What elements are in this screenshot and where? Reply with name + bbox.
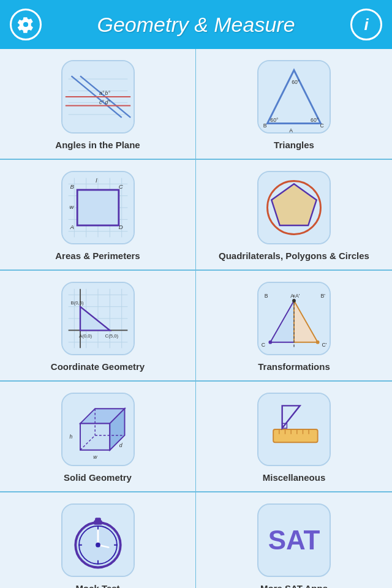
svg-rect-83 bbox=[273, 429, 318, 442]
info-button[interactable]: i bbox=[350, 9, 382, 40]
svg-text:w: w bbox=[93, 454, 97, 460]
svg-text:w: w bbox=[69, 203, 74, 210]
svg-text:A: A bbox=[289, 127, 293, 132]
svg-text:C': C' bbox=[322, 342, 326, 348]
cell-sat[interactable]: SAT More SAT Apps bbox=[196, 492, 392, 588]
svg-text:C: C bbox=[262, 342, 265, 348]
svg-text:B: B bbox=[70, 183, 74, 190]
svg-point-99 bbox=[96, 543, 100, 548]
areas-label: Areas & Perimeters bbox=[55, 251, 140, 261]
sat-icon-box: SAT bbox=[257, 503, 331, 577]
svg-text:A': A' bbox=[295, 293, 300, 299]
svg-text:D: D bbox=[118, 224, 123, 230]
polygons-icon-box bbox=[257, 171, 331, 244]
mocktest-icon-box bbox=[61, 503, 135, 577]
svg-text:a°: a° bbox=[99, 90, 104, 96]
transformations-label: Transformations bbox=[258, 361, 330, 372]
svg-point-64 bbox=[268, 341, 272, 344]
cell-transformations[interactable]: B B' C C' A A' Transformations bbox=[196, 271, 392, 382]
cell-areas[interactable]: B C A D l w Areas & Perimeters bbox=[0, 160, 196, 271]
settings-button[interactable] bbox=[10, 9, 42, 40]
areas-icon-box: B C A D l w bbox=[61, 171, 135, 244]
triangles-icon-box: 60° 60° 60° A B C bbox=[257, 60, 331, 134]
svg-point-65 bbox=[316, 341, 320, 344]
misc-icon-box bbox=[257, 393, 331, 466]
cell-angles[interactable]: a° b° c° d° Angles in the Plane bbox=[0, 49, 196, 160]
solid-label: Solid Geometry bbox=[64, 472, 132, 483]
info-icon: i bbox=[364, 15, 368, 34]
app-header: Geometry & Measure i bbox=[0, 0, 392, 49]
svg-text:d°: d° bbox=[105, 99, 110, 105]
transformations-icon-box: B B' C C' A A' bbox=[257, 282, 331, 355]
svg-text:B: B bbox=[265, 293, 268, 299]
svg-text:A: A bbox=[69, 224, 74, 230]
solid-icon-box: h w d bbox=[61, 393, 135, 466]
svg-text:60°: 60° bbox=[270, 117, 278, 123]
mocktest-label: Mock Test bbox=[75, 583, 119, 588]
triangles-label: Triangles bbox=[274, 140, 314, 150]
svg-text:C: C bbox=[118, 183, 123, 190]
svg-text:A: A bbox=[290, 293, 294, 299]
cell-solid[interactable]: h w d Solid Geometry bbox=[0, 382, 196, 492]
svg-rect-96 bbox=[95, 518, 101, 521]
misc-label: Miscellaneous bbox=[263, 472, 326, 483]
svg-text:h: h bbox=[69, 434, 72, 440]
svg-text:b°: b° bbox=[105, 90, 110, 96]
svg-text:c°: c° bbox=[99, 99, 104, 105]
svg-text:B': B' bbox=[321, 293, 326, 299]
svg-text:C: C bbox=[320, 123, 324, 129]
page-title: Geometry & Measure bbox=[42, 13, 350, 37]
svg-text:60°: 60° bbox=[311, 117, 318, 123]
sat-text: SAT bbox=[268, 525, 320, 556]
cell-coordinate[interactable]: A(0,0) C(5,0) B(0,5) Coordinate Geometry bbox=[0, 271, 196, 382]
svg-text:60°: 60° bbox=[292, 79, 300, 85]
sat-label: More SAT Apps bbox=[260, 583, 328, 588]
coordinate-icon-box: A(0,0) C(5,0) B(0,5) bbox=[61, 282, 135, 355]
topic-grid: a° b° c° d° Angles in the Plane 60° 60° … bbox=[0, 49, 392, 588]
svg-rect-32 bbox=[77, 190, 119, 225]
svg-text:C(5,0): C(5,0) bbox=[105, 333, 118, 339]
angles-icon-box: a° b° c° d° bbox=[61, 60, 135, 134]
cell-polygons[interactable]: Quadrilaterals, Polygons & Circles bbox=[196, 160, 392, 271]
cell-triangles[interactable]: 60° 60° 60° A B C Triangles bbox=[196, 49, 392, 160]
angles-label: Angles in the Plane bbox=[55, 140, 140, 150]
svg-text:B: B bbox=[263, 123, 267, 129]
cell-mocktest[interactable]: Mock Test bbox=[0, 492, 196, 588]
polygons-label: Quadrilaterals, Polygons & Circles bbox=[219, 251, 369, 261]
cell-misc[interactable]: Miscellaneous bbox=[196, 382, 392, 492]
coordinate-label: Coordinate Geometry bbox=[51, 361, 145, 372]
svg-point-63 bbox=[292, 299, 296, 303]
svg-text:A(0,0): A(0,0) bbox=[79, 333, 92, 339]
svg-text:B(0,5): B(0,5) bbox=[70, 300, 83, 306]
